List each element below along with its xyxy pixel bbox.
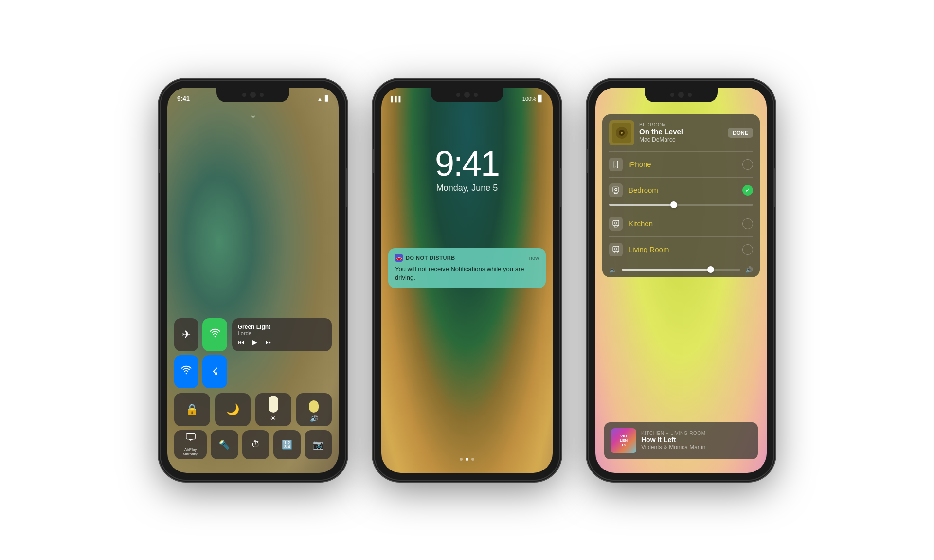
do-not-disturb-button[interactable]: 🌙	[215, 393, 251, 426]
camera-button[interactable]: 📷	[305, 430, 332, 459]
lockscreen-page-dots	[381, 458, 553, 461]
next-track-button[interactable]: ⏭	[266, 338, 272, 346]
now-playing-artist: Mac DeMarco	[639, 136, 723, 143]
svg-rect-0	[186, 434, 195, 439]
svg-point-8	[615, 188, 617, 191]
kitchen-device-check	[742, 218, 753, 229]
cc-row-2: 🔒 🌙 ☀ 🔊	[172, 393, 334, 426]
now-playing-title-2: How It Left	[641, 436, 751, 444]
battery-status-icon: ▊	[325, 95, 329, 102]
do-not-disturb-icon: 🌙	[226, 403, 239, 416]
volume-control: 🔊	[296, 393, 332, 426]
airplay-label: AirPlay Mirroring	[183, 447, 198, 456]
camera-icon: 📷	[313, 439, 323, 450]
bedroom-device-check: ✓	[742, 185, 753, 196]
svg-point-13	[615, 222, 617, 224]
page-dot-3	[471, 458, 474, 461]
status-icons-1: ▲ ▊	[317, 95, 329, 102]
now-playing-venue: BEDROOM	[639, 122, 723, 127]
master-volume-row: 🔈 🔊	[602, 262, 760, 277]
cc-row-3: AirPlay Mirroring 🔦 ⏱ 🔢 📷	[172, 430, 334, 459]
brightness-icon: ☀	[270, 415, 276, 422]
airplane-icon: ✈	[182, 328, 191, 341]
notch-camera-2	[464, 92, 470, 98]
living-room-device-icon	[609, 243, 623, 256]
airplay-icon	[185, 432, 196, 445]
done-button[interactable]: DONE	[728, 128, 753, 138]
album-art-1	[609, 120, 634, 145]
notification-header: 🚗 DO NOT DISTURB now	[395, 254, 539, 262]
notch-3	[645, 88, 718, 102]
airplay-mirroring-button[interactable]: AirPlay Mirroring	[174, 430, 207, 459]
svg-rect-7	[613, 187, 619, 192]
notification-app-info: 🚗 DO NOT DISTURB	[395, 254, 455, 262]
wifi-status-icon: ▲	[317, 96, 323, 102]
cc-toggles-row1: ✈	[174, 318, 227, 351]
phone-1-screen: 9:41 ▲ ▊ ⌄ ✈	[167, 88, 339, 473]
control-center-panel: ✈	[172, 318, 334, 463]
living-room-device-name: Living Room	[629, 245, 736, 253]
timer-button[interactable]: ⏱	[242, 430, 269, 459]
torch-button[interactable]: 🔦	[211, 430, 238, 459]
volume-max-icon: 🔊	[745, 266, 753, 273]
notch-dot-2	[260, 93, 264, 97]
now-playing-info: BEDROOM On the Level Mac DeMarco	[639, 122, 723, 143]
brightness-fill	[269, 396, 278, 413]
rotation-lock-button[interactable]: 🔒	[174, 393, 210, 426]
rotation-lock-icon: 🔒	[185, 403, 198, 416]
volume-slider[interactable]: 🔊	[296, 393, 332, 426]
svg-point-4	[621, 132, 623, 134]
notch-camera-3	[678, 92, 684, 98]
wifi2-button[interactable]	[174, 355, 198, 388]
music-widget[interactable]: Green Light Lorde ⏮ ▶ ⏭	[232, 318, 332, 351]
bedroom-slider-thumb[interactable]	[670, 201, 677, 208]
notification-app-icon: 🚗	[395, 254, 403, 262]
page-dot-2-active	[466, 458, 468, 461]
notification-card[interactable]: 🚗 DO NOT DISTURB now You will not receiv…	[388, 248, 546, 288]
calculator-button[interactable]: 🔢	[273, 430, 301, 459]
music-artist: Lorde	[238, 330, 251, 336]
car-icon: 🚗	[396, 255, 402, 260]
lockscreen-date: Monday, June 5	[381, 183, 553, 193]
bedroom-volume-slider[interactable]	[602, 203, 760, 211]
album-art-2-text: VIOLENTS	[620, 434, 628, 447]
master-volume-track[interactable]	[622, 269, 740, 271]
brightness-control: ☀	[255, 393, 291, 426]
now-playing-card: BEDROOM On the Level Mac DeMarco DONE	[602, 114, 760, 151]
notch-camera-1	[250, 92, 256, 98]
now-playing-venue-2: KITCHEN + LIVING ROOM	[641, 431, 751, 436]
notification-time: now	[529, 255, 539, 261]
phone-3-screen: BEDROOM On the Level Mac DeMarco DONE iP…	[595, 88, 767, 473]
brightness-slider[interactable]: ☀	[255, 393, 291, 426]
now-playing-title: On the Level	[639, 127, 723, 136]
now-playing-card-2: VIOLENTS KITCHEN + LIVING ROOM How It Le…	[604, 422, 758, 459]
phone-2-lock-screen: ▌▌▌ LTE 100% ▊ 9:41 Monday, June 5 🚗 DO …	[375, 81, 559, 480]
notch-2	[431, 88, 503, 102]
prev-track-button[interactable]: ⏮	[238, 338, 245, 346]
volume-icon: 🔊	[310, 415, 318, 422]
notch-dot-3	[456, 93, 460, 97]
battery-percentage: 100%	[522, 96, 536, 102]
airplay-device-bedroom[interactable]: Bedroom ✓	[602, 178, 760, 203]
cc-toggles-row2: ☇	[174, 355, 227, 388]
torch-icon: 🔦	[219, 439, 230, 450]
airplay-device-kitchen[interactable]: Kitchen	[602, 211, 760, 236]
chevron-down-icon[interactable]: ⌄	[250, 109, 257, 120]
notch-dot-4	[474, 93, 478, 97]
master-volume-thumb[interactable]	[707, 266, 714, 273]
svg-point-18	[615, 248, 617, 250]
cc-row-1: ✈	[172, 318, 334, 388]
volume-min-icon: 🔈	[609, 266, 617, 273]
airplay-device-iphone[interactable]: iPhone	[602, 152, 760, 177]
notch-dot-1	[242, 93, 246, 97]
phone-1-control-center: 9:41 ▲ ▊ ⌄ ✈	[161, 81, 345, 480]
bluetooth-button[interactable]: ☇	[202, 355, 227, 388]
airplane-mode-button[interactable]: ✈	[174, 318, 198, 351]
music-title: Green Light	[238, 324, 270, 330]
play-button[interactable]: ▶	[252, 338, 258, 346]
music-controls: ⏮ ▶ ⏭	[238, 338, 272, 346]
wifi-button[interactable]	[202, 318, 227, 351]
now-playing-artist-2: Violents & Monica Martin	[641, 444, 751, 451]
svg-point-6	[615, 166, 616, 167]
airplay-device-living-room[interactable]: Living Room	[602, 237, 760, 262]
